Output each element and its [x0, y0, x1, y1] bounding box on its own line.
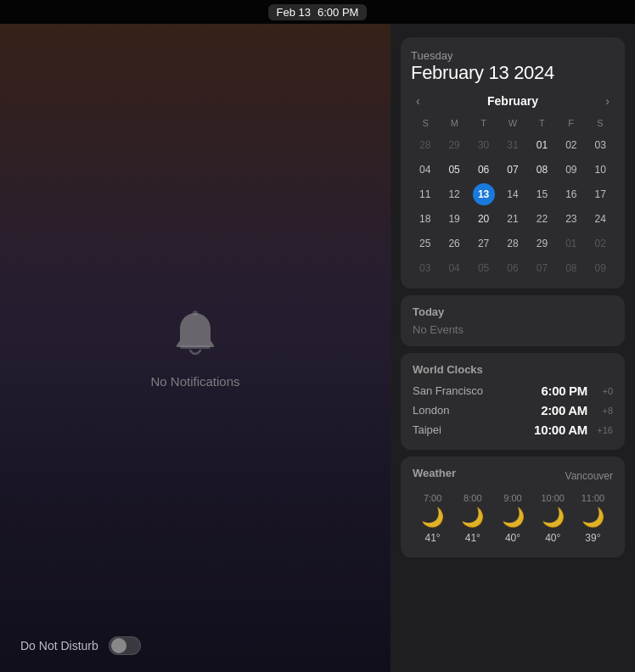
calendar-day[interactable]: 17: [589, 183, 611, 205]
weather-hour-col: 11:00 🌙 39°: [573, 493, 613, 544]
calendar-day[interactable]: 24: [589, 208, 611, 230]
calendar-day[interactable]: 15: [531, 183, 553, 205]
menu-bar: Feb 13 6:00 PM: [0, 0, 635, 24]
calendar-full-date: February 13 2024: [411, 62, 615, 84]
calendar-day[interactable]: 07: [531, 257, 553, 279]
calendar-day[interactable]: 29: [531, 232, 553, 255]
calendar-day[interactable]: 03: [414, 257, 436, 279]
weather-moon-icon: 🌙: [542, 507, 565, 529]
calendar-section: Tuesday February 13 2024 ‹ February › SM…: [401, 37, 625, 288]
calendar-day[interactable]: 04: [414, 159, 436, 181]
weather-hour-time: 11:00: [582, 493, 605, 503]
calendar-day[interactable]: 05: [473, 257, 495, 279]
clock-time: 10:00 AM: [534, 423, 587, 437]
weekday-label: F: [556, 116, 585, 130]
weather-hour-col: 10:00 🌙 40°: [533, 493, 573, 544]
clock-city: Taipei: [413, 423, 534, 436]
menu-bar-center: Feb 13 6:00 PM: [268, 4, 368, 20]
calendar-day[interactable]: 08: [531, 159, 553, 181]
calendar-grid: SMTWTFS 28293031010203040506070809101112…: [411, 116, 615, 280]
calendar-day[interactable]: 16: [560, 183, 582, 205]
weather-temp: 40°: [505, 532, 520, 544]
datetime-pill[interactable]: Feb 13 6:00 PM: [268, 4, 368, 20]
world-clocks-title: World Clocks: [413, 363, 613, 376]
weekday-label: S: [411, 116, 440, 130]
clock-offset: +0: [593, 386, 613, 396]
calendar-day[interactable]: 13: [473, 183, 495, 205]
clock-row: London 2:00 AM +8: [413, 400, 613, 420]
calendar-weekdays: SMTWTFS: [411, 116, 615, 130]
no-notifications-text: No Notifications: [150, 374, 239, 389]
dnd-bar: Do Not Disturb: [20, 636, 141, 655]
calendar-day[interactable]: 10: [589, 159, 611, 181]
calendar-day[interactable]: 07: [502, 159, 524, 181]
weather-hours: 7:00 🌙 41° 8:00 🌙 41° 9:00 🌙 40° 10:00 🌙…: [413, 493, 613, 544]
calendar-day[interactable]: 09: [589, 257, 611, 279]
calendar-day[interactable]: 11: [414, 183, 436, 205]
notification-center: No Notifications: [150, 308, 239, 389]
weekday-label: M: [440, 116, 469, 130]
calendar-days: 2829303101020304050607080910111213141516…: [411, 133, 615, 280]
calendar-day[interactable]: 14: [502, 183, 524, 205]
weather-moon-icon: 🌙: [461, 507, 484, 529]
calendar-day[interactable]: 30: [473, 134, 495, 156]
clock-time: 6:00 PM: [541, 384, 587, 398]
calendar-day[interactable]: 06: [502, 257, 524, 279]
weather-moon-icon: 🌙: [582, 507, 604, 529]
toggle-knob: [111, 638, 126, 653]
calendar-day[interactable]: 12: [443, 183, 465, 205]
weather-temp: 41°: [465, 532, 480, 544]
calendar-day[interactable]: 23: [560, 208, 582, 230]
calendar-day[interactable]: 28: [414, 134, 436, 156]
clocks-list: San Francisco 6:00 PM +0 London 2:00 AM …: [413, 381, 613, 440]
weather-moon-icon: 🌙: [421, 507, 444, 529]
calendar-day[interactable]: 01: [560, 232, 582, 255]
weather-location: Vancouver: [565, 470, 613, 482]
clock-city: London: [413, 404, 541, 417]
weather-title: Weather: [413, 467, 456, 479]
calendar-day[interactable]: 26: [443, 232, 465, 255]
dnd-label: Do Not Disturb: [20, 639, 98, 652]
calendar-day[interactable]: 02: [560, 134, 582, 156]
calendar-day[interactable]: 06: [473, 159, 495, 181]
next-month-button[interactable]: ›: [600, 92, 615, 109]
right-panel: Tuesday February 13 2024 ‹ February › SM…: [391, 24, 635, 672]
calendar-day-name: Tuesday: [411, 49, 615, 62]
clock-offset: +8: [593, 406, 613, 416]
menu-date: Feb 13: [277, 6, 311, 19]
weekday-label: T: [527, 116, 556, 130]
calendar-day[interactable]: 31: [502, 134, 524, 156]
calendar-day[interactable]: 21: [502, 208, 524, 230]
calendar-day[interactable]: 20: [473, 208, 495, 230]
clock-offset: +16: [593, 425, 613, 435]
calendar-day[interactable]: 22: [531, 208, 553, 230]
dnd-toggle[interactable]: [109, 636, 141, 655]
weather-section: Weather Vancouver 7:00 🌙 41° 8:00 🌙 41° …: [401, 456, 625, 557]
calendar-day[interactable]: 28: [502, 232, 524, 255]
weather-hour-col: 8:00 🌙 41°: [452, 493, 492, 544]
weather-hour-time: 10:00: [541, 493, 565, 503]
calendar-day[interactable]: 03: [589, 134, 611, 156]
calendar-nav: ‹ February ›: [411, 92, 615, 109]
clock-time: 2:00 AM: [541, 403, 587, 417]
weather-temp: 40°: [545, 532, 560, 544]
calendar-day[interactable]: 05: [443, 159, 465, 181]
calendar-day[interactable]: 08: [560, 257, 582, 279]
calendar-day[interactable]: 29: [443, 134, 465, 156]
no-events-text: No Events: [413, 323, 613, 336]
calendar-day[interactable]: 01: [531, 134, 553, 156]
weekday-label: S: [586, 116, 615, 130]
weather-temp: 39°: [585, 532, 600, 544]
calendar-day[interactable]: 18: [414, 208, 436, 230]
svg-point-1: [193, 311, 198, 316]
calendar-day[interactable]: 02: [589, 232, 611, 255]
calendar-day[interactable]: 25: [414, 232, 436, 255]
calendar-day[interactable]: 04: [443, 257, 465, 279]
calendar-day[interactable]: 09: [560, 159, 582, 181]
calendar-day[interactable]: 19: [443, 208, 465, 230]
weekday-label: T: [469, 116, 498, 130]
weather-moon-icon: 🌙: [502, 507, 525, 529]
calendar-day[interactable]: 27: [473, 232, 495, 255]
weather-hour-col: 7:00 🌙 41°: [413, 493, 452, 544]
prev-month-button[interactable]: ‹: [411, 92, 425, 109]
